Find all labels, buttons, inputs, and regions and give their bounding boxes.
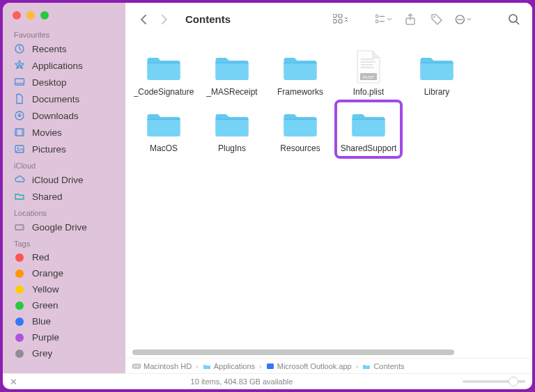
item-label: SharedSupport [341, 144, 397, 153]
svg-point-24 [460, 19, 461, 20]
svg-rect-34 [133, 364, 141, 368]
sidebar-item-orange[interactable]: Orange [3, 265, 125, 281]
svg-rect-15 [339, 19, 342, 23]
download-icon [14, 110, 25, 121]
icon-size-slider[interactable] [463, 380, 525, 383]
horizontal-scrollbar[interactable] [132, 350, 525, 356]
sidebar-item-label: Pictures [32, 144, 66, 155]
content-area[interactable]: _CodeSignature_MASReceiptFrameworksPLIST… [125, 36, 532, 347]
sidebar-item-label: Blue [32, 316, 51, 327]
sidebar-item-desktop[interactable]: Desktop [3, 74, 125, 91]
view-icons-button[interactable] [332, 11, 349, 28]
movie-icon [14, 127, 25, 138]
sidebar-item-google-drive[interactable]: Google Drive [3, 219, 125, 235]
svg-point-23 [458, 19, 459, 20]
folder-item[interactable]: _CodeSignature [132, 46, 195, 100]
path-segment-label: Microsoft Outlook.app [277, 362, 352, 370]
path-separator [194, 362, 200, 370]
sidebar-item-label: Applications [32, 61, 83, 71]
item-label: _MASReceipt [206, 88, 257, 97]
folder-item[interactable]: Library [405, 46, 468, 100]
path-segment-label: Contents [373, 362, 404, 370]
folder-item[interactable]: SharedSupport [337, 102, 400, 156]
forward-button[interactable] [156, 11, 173, 28]
sidebar-item-label: Grey [32, 348, 52, 359]
sidebar-item-yellow[interactable]: Yellow [3, 281, 125, 297]
sidebar-item-label: Documents [32, 94, 79, 104]
window-controls [3, 8, 125, 26]
sidebar-item-applications[interactable]: AApplications [3, 57, 125, 74]
drive-icon [14, 221, 25, 233]
fullscreen-window-button[interactable] [40, 11, 49, 19]
folder-item[interactable]: _MASReceipt [201, 46, 263, 100]
path-segment[interactable]: Microsoft Outlook.app [266, 362, 352, 370]
sidebar-item-recents[interactable]: Recents [3, 40, 125, 57]
sidebar-item-shared[interactable]: Shared [3, 188, 125, 205]
sidebar-group-label: iCloud [3, 157, 125, 171]
group-button[interactable] [375, 11, 392, 28]
sidebar-group-label: Locations [3, 205, 125, 219]
tags-button[interactable] [428, 11, 445, 28]
folder-icon [141, 49, 186, 85]
folder-icon [210, 105, 254, 141]
sidebar-item-pictures[interactable]: Pictures [3, 141, 125, 157]
shared-icon [14, 191, 25, 202]
path-segment[interactable]: Applications [203, 362, 255, 370]
sidebar-item-label: Google Drive [32, 222, 87, 233]
sidebar-group-label: Tags [3, 235, 125, 249]
folder-item[interactable]: PlugIns [201, 102, 263, 156]
tag [14, 253, 25, 262]
close-window-button[interactable] [13, 11, 21, 19]
item-label: Info.plist [353, 88, 385, 97]
sidebar-item-red[interactable]: Red [3, 249, 125, 265]
sidebar-item-documents[interactable]: Documents [3, 91, 125, 107]
sidebar-item-icloud-drive[interactable]: iCloud Drive [3, 171, 125, 188]
action-menu-button[interactable] [455, 11, 472, 28]
svg-point-26 [509, 15, 517, 22]
tag [14, 301, 25, 310]
item-label: PlugIns [218, 144, 246, 153]
sidebar-item-label: Shared [32, 191, 63, 202]
folder-item[interactable]: Frameworks [269, 46, 332, 100]
sidebar-item-blue[interactable]: Blue [3, 313, 125, 329]
back-button[interactable] [135, 11, 152, 28]
item-label: Library [424, 88, 450, 97]
svg-rect-2 [15, 79, 24, 85]
sidebar-item-grey[interactable]: Grey [3, 345, 125, 361]
sidebar-item-label: Downloads [32, 111, 79, 121]
sidebar-item-green[interactable]: Green [3, 297, 125, 313]
cloud-icon [14, 174, 25, 185]
svg-rect-16 [375, 15, 378, 17]
folder-item[interactable]: MacOS [132, 102, 195, 156]
path-segment-label: Macintosh HD [144, 362, 192, 370]
sidebar-item-downloads[interactable]: Downloads [3, 107, 125, 124]
share-button[interactable] [402, 11, 419, 28]
search-button[interactable] [506, 11, 522, 28]
sidebar-item-label: Red [32, 252, 49, 262]
close-pathbar-button[interactable]: ✕ [10, 377, 21, 387]
picture-icon [14, 143, 25, 155]
sidebar: FavouritesRecentsAApplicationsDesktopDoc… [3, 3, 125, 373]
svg-rect-35 [267, 363, 274, 369]
sidebar-item-purple[interactable]: Purple [3, 329, 125, 345]
svg-line-27 [516, 22, 519, 24]
sidebar-item-movies[interactable]: Movies [3, 124, 125, 141]
doc-icon [14, 93, 25, 104]
plist-file-icon: PLIST [346, 49, 391, 85]
finder-window: FavouritesRecentsAApplicationsDesktopDoc… [3, 3, 532, 389]
sidebar-group-label: Favourites [3, 26, 125, 40]
sidebar-item-label: Green [32, 300, 59, 311]
path-segment[interactable]: Macintosh HD [132, 362, 192, 370]
folder-item[interactable]: Resources [269, 102, 332, 156]
folder-icon [346, 105, 391, 141]
folder-icon [141, 105, 186, 141]
tag [14, 334, 25, 342]
app-icon: A [14, 60, 25, 71]
minimize-window-button[interactable] [26, 11, 35, 19]
folder-icon [414, 49, 459, 85]
svg-point-21 [434, 16, 435, 17]
file-item[interactable]: PLISTInfo.plist [337, 46, 400, 100]
window-title: Contents [185, 13, 231, 25]
svg-text:A: A [17, 62, 22, 69]
path-segment[interactable]: Contents [362, 362, 404, 370]
